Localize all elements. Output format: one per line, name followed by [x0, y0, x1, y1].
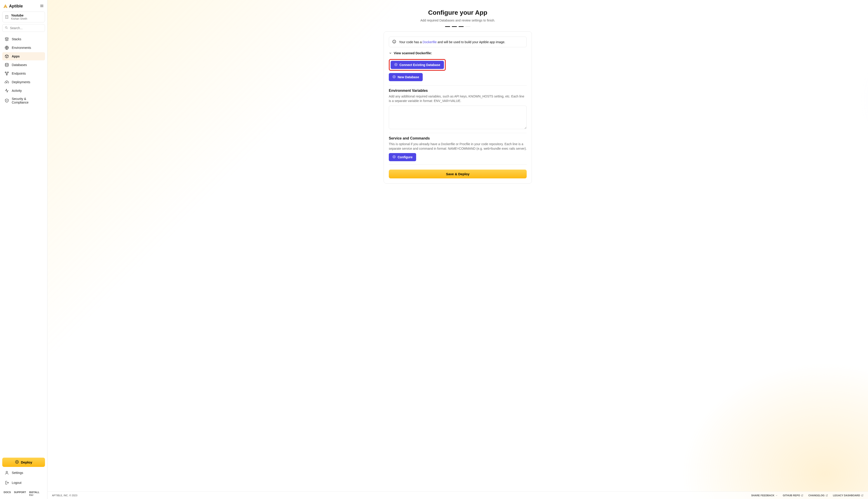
stepper	[445, 26, 470, 27]
plus-circle-icon	[393, 155, 396, 159]
dockerfile-link[interactable]: Dockerfile	[423, 40, 437, 44]
logout-icon	[4, 480, 9, 485]
sidebar-item-endpoints[interactable]: Endpoints	[2, 70, 45, 77]
footer-copyright: APTIBLE, INC. © 2023	[52, 494, 77, 497]
external-link-icon	[826, 494, 828, 497]
sidebar-item-environments[interactable]: Environments	[2, 44, 45, 52]
page-title: Configure your App	[428, 9, 487, 16]
org-name: Youtube	[11, 14, 27, 17]
svg-point-10	[5, 27, 7, 28]
org-user: Kishan Sheth	[11, 17, 27, 20]
step-1	[445, 26, 450, 27]
services-desc: This is optional if you already have a D…	[389, 142, 527, 151]
services-title: Service and Commands	[389, 136, 527, 141]
plus-circle-icon	[393, 75, 396, 79]
external-link-icon	[861, 494, 864, 497]
building-icon	[5, 15, 9, 19]
brand-name: Aptible	[9, 4, 23, 9]
sidebar-item-label: Stacks	[12, 37, 21, 41]
footer-bar: APTIBLE, INC. © 2023 SHARE FEEDBACK GITH…	[48, 491, 868, 499]
external-link-icon	[801, 494, 803, 497]
sidebar-item-label: Endpoints	[12, 72, 26, 75]
footer-changelog[interactable]: CHANGELOG	[808, 494, 828, 497]
step-3	[459, 26, 463, 27]
step-4	[466, 26, 470, 27]
main-content: Configure your App Add required Database…	[48, 0, 868, 499]
user-icon	[4, 471, 9, 475]
view-dockerfile-toggle[interactable]: View scanned Dockerfile:	[389, 51, 527, 55]
save-label: Save & Deploy	[446, 172, 470, 176]
svg-point-13	[5, 63, 8, 64]
config-card: Your code has a Dockerfile and will be u…	[384, 32, 532, 184]
svg-rect-3	[5, 15, 8, 19]
footer-github[interactable]: GITHUB REPO	[783, 494, 803, 497]
footer-legacy[interactable]: LEGACY DASHBOARD	[833, 494, 864, 497]
sidebar-item-activity[interactable]: Activity	[2, 87, 45, 95]
deploy-button[interactable]: Deploy	[2, 458, 45, 467]
stacks-icon	[4, 37, 9, 41]
env-vars-desc: Add any additional required variables, s…	[389, 94, 527, 103]
chevron-down-icon	[775, 494, 778, 497]
chevron-down-icon	[389, 51, 392, 55]
step-2	[452, 26, 457, 27]
sidebar-item-security[interactable]: Security & Compliance	[2, 95, 45, 106]
network-icon	[4, 71, 9, 76]
logout-label: Logout	[12, 481, 22, 485]
page-subtitle: Add required Databases and review settin…	[420, 19, 495, 22]
footer-support[interactable]: SUPPORT	[14, 491, 26, 496]
sidebar-item-label: Security & Compliance	[12, 97, 43, 104]
highlight-annotation: Connect Existing Database	[389, 59, 446, 71]
brand-logo-icon	[3, 4, 8, 9]
cube-icon	[4, 54, 9, 59]
sidebar-item-label: Deployments	[12, 80, 30, 84]
settings-link[interactable]: Settings	[2, 469, 45, 477]
info-icon	[392, 39, 396, 44]
deploy-label: Deploy	[21, 460, 32, 464]
search-icon	[5, 26, 8, 30]
connect-db-label: Connect Existing Database	[399, 63, 440, 67]
footer-install[interactable]: INSTALL CLI	[29, 491, 44, 496]
env-vars-title: Environment Variables	[389, 89, 527, 93]
dockerfile-banner: Your code has a Dockerfile and will be u…	[389, 37, 527, 47]
logout-link[interactable]: Logout	[2, 479, 45, 487]
brand-logo[interactable]: Aptible	[3, 4, 23, 9]
view-dockerfile-label: View scanned Dockerfile:	[394, 51, 432, 55]
globe-icon	[4, 46, 9, 50]
plus-circle-icon	[15, 460, 19, 465]
svg-point-16	[6, 74, 8, 75]
svg-line-11	[7, 28, 8, 29]
plus-circle-icon	[394, 63, 398, 67]
configure-label: Configure	[398, 155, 412, 159]
search-input-wrap[interactable]	[2, 24, 45, 32]
divider	[389, 133, 527, 133]
env-vars-textarea[interactable]	[389, 106, 527, 129]
sidebar-item-deployments[interactable]: Deployments	[2, 78, 45, 86]
new-database-button[interactable]: New Database	[389, 73, 423, 81]
sidebar-item-label: Databases	[12, 63, 27, 67]
svg-point-20	[6, 471, 8, 473]
cloud-upload-icon	[4, 80, 9, 84]
sidebar-item-apps[interactable]: Apps	[2, 52, 45, 60]
sidebar-item-label: Apps	[12, 54, 20, 58]
shield-icon	[4, 98, 9, 103]
database-icon	[4, 63, 9, 67]
sidebar-item-label: Activity	[12, 89, 22, 93]
footer-share[interactable]: SHARE FEEDBACK	[751, 494, 778, 497]
activity-icon	[4, 88, 9, 93]
search-input[interactable]	[10, 26, 50, 30]
sidebar-item-label: Environments	[12, 46, 31, 49]
sidebar-item-databases[interactable]: Databases	[2, 61, 45, 69]
footer-docs[interactable]: DOCS	[4, 491, 11, 496]
save-deploy-button[interactable]: Save & Deploy	[389, 170, 527, 179]
sidebar: Aptible Youtube Kishan Sheth S	[0, 0, 48, 499]
connect-database-button[interactable]: Connect Existing Database	[390, 61, 444, 69]
new-db-label: New Database	[398, 75, 419, 79]
sidebar-item-stacks[interactable]: Stacks	[2, 35, 45, 43]
settings-label: Settings	[12, 471, 23, 475]
banner-text: Your code has a Dockerfile and will be u…	[399, 40, 505, 44]
org-switcher[interactable]: Youtube Kishan Sheth	[2, 12, 45, 22]
configure-button[interactable]: Configure	[389, 153, 416, 161]
menu-toggle-icon[interactable]	[39, 4, 44, 9]
